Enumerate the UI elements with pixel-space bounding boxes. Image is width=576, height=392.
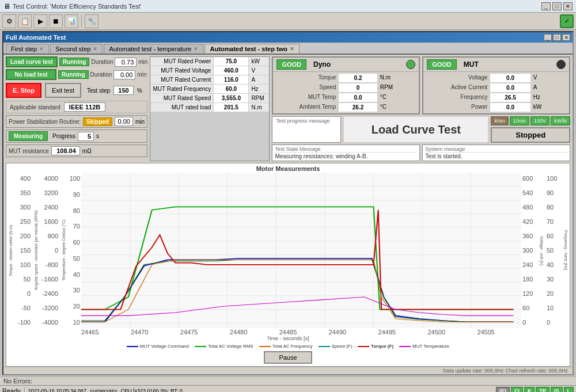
mut-param-label-2: MUT Rated Current [150,75,213,84]
power-stab-row: Power Stabilization Routine: Skipped 0.0… [6,115,147,128]
test-progress-label: Test progress message [276,118,337,124]
tab-close-2[interactable]: ✕ [93,46,97,52]
mut-param-value-0: 75.0 [214,57,248,66]
mut-param-label-4: MUT Rated Speed [150,94,213,102]
tab-second-step[interactable]: Second step ✕ [50,44,103,54]
dyno-mut-temp-label: MUT Temp [274,93,338,102]
stopped-btn[interactable]: Stopped [491,127,570,143]
tab-close-1[interactable]: ✕ [39,46,44,52]
badge-l: L [564,387,574,393]
y-axis-freq-label: Frequency - hertz [Hz] [562,173,570,328]
tab-first-step[interactable]: First step ✕ [6,44,49,54]
inner-max-btn[interactable]: □ [553,34,561,41]
legend-total-voltage: Total AC Voltage RMS [195,344,253,349]
pause-btn[interactable]: Pause [264,351,312,364]
chart-main: Torque - newton meter (N.m) 400350300250… [6,173,570,328]
dyno-indicator [406,60,415,69]
mut-panel: GOOD MUT Voltage 0.0 V Active Current 0.… [422,56,570,115]
y-axis-temp-label: Temperature - degree Celsius (°C) [59,173,67,328]
legend-temperature: MUT Temperature [399,344,449,349]
standard-value: IEEE 112B [64,102,105,112]
tab-close-4[interactable]: ✕ [290,46,294,52]
maximize-btn[interactable]: □ [552,2,562,10]
toolbar-btn-3[interactable]: ▶ [33,14,47,28]
content: Load curve test Running Duration 0.73 mi… [3,55,573,374]
running-badge-1: Running [59,58,90,66]
mut-param-value-5: 201.5 [214,103,248,112]
tabs-bar: First step ✕ Second step ✕ Automated tes… [3,43,573,55]
mut-param-row-2: MUT Rated Current 116.0 A [150,75,269,84]
measuring-badge: Measuring [9,131,48,141]
mut-param-row-5: MUT rated load 201.5 N.m [150,103,269,112]
standard-row: Applicable standard IEEE 112B [6,101,147,113]
unsecure-text: <unsecure> [90,388,118,393]
estop-btn[interactable]: E. Stop [6,83,41,98]
mut-param-row-3: MUT Rated Frequency 60.0 Hz [150,85,269,93]
legend-voltage-cmd-label: MUT Voltage Command [140,344,189,349]
test-progress-row: Test progress message Load Curve Test kN… [272,116,570,143]
badge-is: IS [551,387,563,393]
y-axis-voltage-ticks: 600540480420360300240180120600 [521,173,537,328]
standard-label: Applicable standard [10,104,60,111]
legend-frequency: Total AC Frequency [259,344,313,349]
pause-btn-row: Pause [6,350,570,366]
dyno-mut-temp-value: 0.0 [338,93,378,102]
mut-param-label-1: MUT Rated Voltage [150,66,213,75]
mut-voltage-label: Voltage [425,73,490,83]
no-load-test-btn[interactable]: No load test [6,69,56,80]
toolbar-btn-5[interactable]: 📊 [65,14,78,28]
mut-power-value: 0.0 [490,102,530,112]
toolbar-btn-1[interactable]: ⚙ [2,14,16,28]
badge-io: I/O [496,387,510,393]
tab-step-two[interactable]: Automated test - step two ✕ [204,44,299,54]
mut-param-row-1: MUT Rated Voltage 460.0 V [150,66,269,75]
toolbar-btn-6[interactable]: 🔧 [85,14,98,28]
load-curve-test-btn[interactable]: Load curve test [6,56,58,67]
inner-title: Full Automated Test [6,34,66,41]
app-icon: 🖥 [3,2,10,10]
mut-freq-unit: Hz [531,93,568,102]
legend-torque-color [358,346,369,347]
inner-close-btn[interactable]: ✕ [562,34,570,41]
estop-row: E. Stop Exit test Test step 150 % [6,83,147,98]
ctrl-btn-knm[interactable]: kNm [491,116,509,125]
legend-temperature-label: MUT Temperature [412,344,449,349]
close-btn[interactable]: ✕ [563,2,573,10]
mut-label: MUT [464,60,479,68]
ready-text: Ready [2,387,25,393]
tab-temperature[interactable]: Automated test - temperature ✕ [104,44,203,54]
ctrl-btn-kw[interactable]: kW/kl [551,116,570,125]
legend-total-voltage-color [195,346,206,347]
mut-current-value: 0.0 [490,83,530,93]
ctrl-btn-rpm[interactable]: 1/min [510,116,529,125]
svg-rect-0 [81,173,521,328]
dyno-ambient-label: Ambient Temp [274,102,338,112]
data-update-text: Data update rate: 005.0Hz Chart refresh … [443,368,568,374]
legend-frequency-label: Total AC Frequency [272,344,313,349]
mut-resistance-value: 108.04 [51,146,80,155]
main-window: Full Automated Test _ □ ✕ First step ✕ S… [2,31,574,375]
mut-voltage-value: 0.0 [490,73,530,83]
minimize-btn[interactable]: _ [541,2,551,10]
mut-power-unit: kW [531,102,568,112]
mut-param-row-4: MUT Rated Speed 3,555.0 RPM [150,94,269,102]
tab-close-3[interactable]: ✕ [194,46,198,52]
toolbar-btn-4[interactable]: ⏹ [49,14,63,28]
mut-current-label: Active Current [425,83,490,93]
stopped-control-area: kNm 1/min 100V kW/kl Stopped [491,116,570,143]
chart-title: Motor Measurements [6,163,570,173]
load-curve-title-box: Load Curve Test [343,116,488,143]
toolbar: ⚙ 📋 ▶ ⏹ 📊 🔧 ✓ [0,13,576,30]
mut-voltage-unit: V [531,73,568,83]
control-btns-row: kNm 1/min 100V kW/kl [491,116,570,125]
top-section: Load curve test Running Duration 0.73 mi… [3,55,573,163]
system-msg-value: Test is started. [425,153,567,159]
dyno-good-badge: GOOD [276,59,306,70]
ctrl-btn-100v[interactable]: 100V [530,116,550,125]
inner-min-btn[interactable]: _ [544,34,552,41]
mut-measurements: Voltage 0.0 V Active Current 0.0 A Frequ… [423,72,569,113]
toolbar-btn-2[interactable]: 📋 [18,14,32,28]
exit-test-btn[interactable]: Exit test [45,83,81,98]
load-curve-duration: 0.73 [115,58,137,67]
chart-legend: MUT Voltage Command Total AC Voltage RMS… [6,342,570,350]
